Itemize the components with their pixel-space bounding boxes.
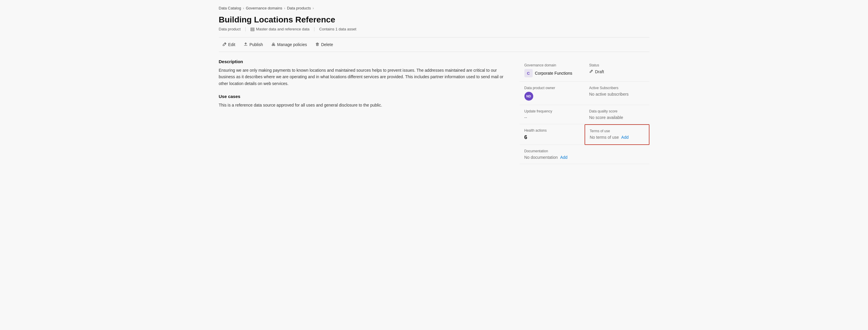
update-frequency-label: Update frequency <box>524 109 580 113</box>
terms-add-link[interactable]: Add <box>621 135 628 140</box>
publish-label: Publish <box>250 42 263 47</box>
health-actions-label: Health actions <box>524 128 580 132</box>
use-cases-text: This is a reference data source approved… <box>219 102 508 108</box>
governance-badge: C <box>524 69 533 77</box>
governance-domain-label: Governance domain <box>524 63 580 67</box>
sidebar-grid: Governance domain C Corporate Functions … <box>520 59 649 164</box>
svg-rect-1 <box>251 29 254 30</box>
svg-point-4 <box>272 44 273 46</box>
delete-icon <box>315 42 319 47</box>
owner-value: ND <box>524 92 580 101</box>
documentation-label: Documentation <box>524 149 645 153</box>
page-container: Data Catalog › Governance domains › Data… <box>207 0 661 330</box>
publish-icon <box>244 42 248 47</box>
data-quality-score-value: No score available <box>589 115 645 120</box>
status-cell: Status Draft <box>585 59 649 82</box>
terms-of-use-cell: Terms of use No terms of use Add <box>585 124 649 145</box>
subtitle-divider-2 <box>314 27 314 31</box>
subtitle-row: Data product Master data and reference d… <box>219 27 649 31</box>
update-frequency-text: -- <box>524 115 527 120</box>
subtitle-category: Master data and reference data <box>250 27 309 31</box>
publish-button[interactable]: Publish <box>240 40 267 49</box>
breadcrumb-governance-domains[interactable]: Governance domains <box>246 6 282 10</box>
breadcrumb-sep-1: › <box>243 6 244 10</box>
manage-policies-label: Manage policies <box>277 42 307 47</box>
svg-point-5 <box>274 44 275 46</box>
database-icon <box>250 27 254 31</box>
svg-line-6 <box>273 44 273 44</box>
subtitle-assets: Contains 1 data asset <box>319 27 356 31</box>
svg-rect-8 <box>316 43 318 46</box>
documentation-add-link[interactable]: Add <box>560 155 567 160</box>
owner-label: Data product owner <box>524 86 580 90</box>
use-cases-title: Use cases <box>219 94 508 99</box>
terms-of-use-value: No terms of use Add <box>590 135 644 140</box>
breadcrumb-sep-2: › <box>284 6 285 10</box>
owner-avatar: ND <box>524 92 533 101</box>
page-title: Building Locations Reference <box>219 15 649 25</box>
svg-rect-2 <box>251 30 254 31</box>
documentation-value: No documentation Add <box>524 155 645 160</box>
breadcrumb-sep-3: › <box>313 6 314 10</box>
subtitle-type: Data product <box>219 27 241 31</box>
owner-cell: Data product owner ND <box>520 82 585 105</box>
edit-button[interactable]: Edit <box>219 40 239 49</box>
governance-domain-value: C Corporate Functions <box>524 69 580 77</box>
svg-line-7 <box>274 44 274 44</box>
health-actions-cell: Health actions 6 <box>520 124 585 145</box>
data-quality-score-text: No score available <box>589 115 623 120</box>
data-quality-score-cell: Data quality score No score available <box>585 105 649 124</box>
data-quality-score-label: Data quality score <box>589 109 645 113</box>
svg-point-3 <box>273 43 274 44</box>
subtitle-category-text: Master data and reference data <box>256 27 309 31</box>
terms-of-use-text: No terms of use <box>590 135 619 140</box>
active-subscribers-label: Active Subscribers <box>589 86 645 90</box>
health-actions-number: 6 <box>524 134 527 141</box>
delete-button[interactable]: Delete <box>312 40 337 49</box>
breadcrumb-data-products[interactable]: Data products <box>287 6 311 10</box>
update-frequency-cell: Update frequency -- <box>520 105 585 124</box>
active-subscribers-cell: Active Subscribers No active subscribers <box>585 82 649 105</box>
description-title: Description <box>219 59 508 64</box>
edit-label: Edit <box>228 42 235 47</box>
breadcrumb-data-catalog[interactable]: Data Catalog <box>219 6 241 10</box>
status-value: Draft <box>589 69 645 74</box>
manage-policies-icon <box>271 42 276 47</box>
description-text: Ensuring we are only making payments to … <box>219 67 508 87</box>
status-text: Draft <box>595 69 604 74</box>
health-actions-value: 6 <box>524 134 580 141</box>
manage-policies-button[interactable]: Manage policies <box>268 40 311 49</box>
edit-icon <box>222 42 226 47</box>
active-subscribers-value: No active subscribers <box>589 92 645 96</box>
left-content: Description Ensuring we are only making … <box>219 59 508 116</box>
active-subscribers-text: No active subscribers <box>589 92 629 96</box>
toolbar: Edit Publish Manage polic <box>219 37 649 52</box>
main-layout: Description Ensuring we are only making … <box>219 59 649 164</box>
governance-domain-cell: Governance domain C Corporate Functions <box>520 59 585 82</box>
svg-rect-0 <box>251 28 254 29</box>
documentation-cell: Documentation No documentation Add <box>520 145 649 164</box>
subtitle-divider-1 <box>245 27 246 31</box>
terms-of-use-label: Terms of use <box>590 129 644 133</box>
documentation-text: No documentation <box>524 155 558 160</box>
draft-icon <box>589 69 593 74</box>
delete-label: Delete <box>321 42 333 47</box>
right-sidebar: Governance domain C Corporate Functions … <box>520 59 649 164</box>
governance-name: Corporate Functions <box>535 71 572 76</box>
status-label: Status <box>589 63 645 67</box>
update-frequency-value: -- <box>524 115 580 120</box>
breadcrumb: Data Catalog › Governance domains › Data… <box>219 6 649 10</box>
